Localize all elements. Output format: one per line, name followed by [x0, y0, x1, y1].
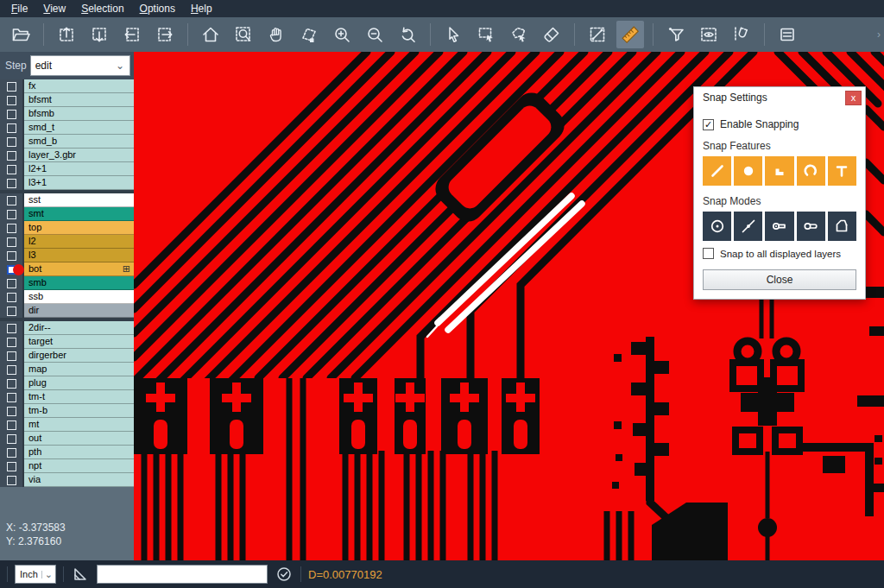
- grid-icon[interactable]: ⊞: [123, 262, 130, 275]
- menu-view[interactable]: View: [35, 1, 73, 16]
- previous-view-button[interactable]: [394, 21, 421, 48]
- layer-layer_3.gbr[interactable]: layer_3.gbr: [24, 149, 134, 162]
- snap-line-button[interactable]: [703, 156, 731, 186]
- layer-out[interactable]: out: [24, 432, 134, 446]
- layer-checkbox-sst[interactable]: [7, 196, 16, 205]
- layer-checkbox-bfsmb[interactable]: [7, 110, 16, 119]
- layer-checkbox-npt[interactable]: [7, 462, 16, 471]
- layer-smd_t[interactable]: smd_t: [24, 121, 134, 135]
- layer-via[interactable]: via: [24, 473, 134, 487]
- mode-pad-entry-button[interactable]: [765, 212, 793, 241]
- all-layers-row[interactable]: Snap to all displayed layers: [703, 248, 856, 259]
- pan-up-button[interactable]: [53, 21, 80, 48]
- layer-checkbox-ssb[interactable]: [7, 293, 16, 302]
- select-cursor-button[interactable]: [439, 21, 467, 48]
- ruler-button[interactable]: [616, 21, 644, 48]
- layer-checkbox-mt[interactable]: [7, 420, 16, 430]
- layer-l3[interactable]: l3: [24, 249, 134, 262]
- dialog-title-bar[interactable]: Snap Settings x: [694, 87, 865, 108]
- pan-left-button[interactable]: [118, 21, 146, 48]
- layer-checkbox-fx[interactable]: [7, 82, 16, 92]
- pan-right-button[interactable]: [151, 21, 179, 48]
- layer-tm-t[interactable]: tm-t: [24, 390, 134, 404]
- layer-checkbox-pth[interactable]: [7, 448, 16, 458]
- unit-selector[interactable]: Inch ⌄: [15, 565, 56, 584]
- snap-arc-button[interactable]: [797, 156, 825, 186]
- layer-checkbox-dirgerber[interactable]: [7, 351, 16, 361]
- menu-help[interactable]: Help: [183, 1, 220, 16]
- snap-corner-button[interactable]: [765, 156, 793, 186]
- layer-l3+1[interactable]: l3+1: [24, 176, 134, 190]
- measure-button[interactable]: [584, 21, 611, 48]
- close-icon[interactable]: x: [845, 91, 862, 105]
- layer-checkbox-l3+1[interactable]: [7, 179, 16, 188]
- snap-text-button[interactable]: [828, 156, 856, 186]
- layer-npt[interactable]: npt: [24, 459, 134, 473]
- all-layers-checkbox[interactable]: [703, 248, 714, 259]
- form-editor-button[interactable]: [774, 21, 801, 48]
- layer-checkbox-bfsmt[interactable]: [7, 96, 16, 105]
- layer-checkbox-dir[interactable]: [7, 307, 16, 316]
- zoom-in-button[interactable]: [328, 21, 356, 48]
- layer-checkbox-out[interactable]: [7, 434, 16, 444]
- layer-checkbox-target[interactable]: [7, 338, 16, 347]
- layer-checkbox-smd_b[interactable]: [7, 137, 16, 147]
- enable-snapping-row[interactable]: ✓ Enable Snapping: [703, 118, 856, 130]
- zoom-area-button[interactable]: [230, 21, 257, 48]
- layer-smt[interactable]: smt: [24, 207, 134, 221]
- layer-checkbox-smd_t[interactable]: [7, 123, 16, 133]
- layer-pth[interactable]: pth: [24, 446, 134, 459]
- layer-checkbox-plug[interactable]: [7, 379, 16, 389]
- layer-checkbox-tm-t[interactable]: [7, 393, 16, 402]
- menu-file[interactable]: File: [3, 1, 35, 16]
- layer-target[interactable]: target: [24, 335, 134, 349]
- open-folder-button[interactable]: [7, 21, 35, 48]
- menu-options[interactable]: Options: [132, 1, 183, 16]
- layer-checkbox-via[interactable]: [7, 476, 16, 485]
- layer-checkbox-l2+1[interactable]: [7, 165, 16, 174]
- layer-smb[interactable]: smb: [24, 276, 134, 290]
- layer-checkbox-l2[interactable]: [7, 237, 16, 247]
- refresh-check-icon[interactable]: [275, 565, 294, 584]
- brush-button[interactable]: [538, 21, 565, 48]
- layer-l2[interactable]: l2: [24, 235, 134, 249]
- layer-checkbox-layer_3.gbr[interactable]: [7, 151, 16, 161]
- layer-checkbox-l3[interactable]: [7, 251, 16, 261]
- layer-tm-b[interactable]: tm-b: [24, 404, 134, 418]
- home-button[interactable]: [197, 21, 224, 48]
- layer-checkbox-2dir--[interactable]: [7, 324, 16, 333]
- layer-plug[interactable]: plug: [24, 376, 134, 390]
- layer-bfsmb[interactable]: bfsmb: [24, 107, 134, 121]
- filter-button[interactable]: [662, 21, 690, 48]
- mode-center-button[interactable]: [703, 212, 731, 241]
- show-selection-button[interactable]: [695, 21, 723, 48]
- zoom-object-button[interactable]: [295, 21, 323, 48]
- hand-pan-button[interactable]: [262, 21, 290, 48]
- toolbar-overflow[interactable]: ›: [877, 28, 881, 41]
- layer-checkbox-tm-b[interactable]: [7, 407, 16, 416]
- menu-selection[interactable]: Selection: [73, 1, 131, 16]
- layer-dir[interactable]: dir: [24, 304, 134, 318]
- mode-polygon-button[interactable]: [828, 212, 856, 241]
- layer-fx[interactable]: fx: [24, 79, 134, 93]
- layer-checkbox-top[interactable]: [7, 224, 16, 233]
- layer-checkbox-map[interactable]: [7, 365, 16, 375]
- snap-magnet-button[interactable]: [728, 21, 755, 48]
- enable-snapping-checkbox[interactable]: ✓: [703, 119, 714, 130]
- layer-dirgerber[interactable]: dirgerber: [24, 349, 134, 363]
- layer-2dir--[interactable]: 2dir--: [24, 321, 134, 335]
- layer-top[interactable]: top: [24, 221, 134, 235]
- snap-circle-button[interactable]: [734, 156, 762, 186]
- zoom-out-button[interactable]: [361, 21, 388, 48]
- layer-bot[interactable]: bot⊞: [24, 262, 134, 276]
- layer-l2+1[interactable]: l2+1: [24, 162, 134, 176]
- value-input[interactable]: [97, 565, 268, 584]
- layer-map[interactable]: map: [24, 363, 134, 376]
- layer-ssb[interactable]: ssb: [24, 290, 134, 304]
- pan-down-button[interactable]: [85, 21, 113, 48]
- layer-checkbox-smt[interactable]: [7, 210, 16, 219]
- layer-smd_b[interactable]: smd_b: [24, 135, 134, 149]
- layer-mt[interactable]: mt: [24, 418, 134, 432]
- layer-checkbox-smb[interactable]: [7, 279, 16, 288]
- close-button[interactable]: Close: [703, 269, 856, 290]
